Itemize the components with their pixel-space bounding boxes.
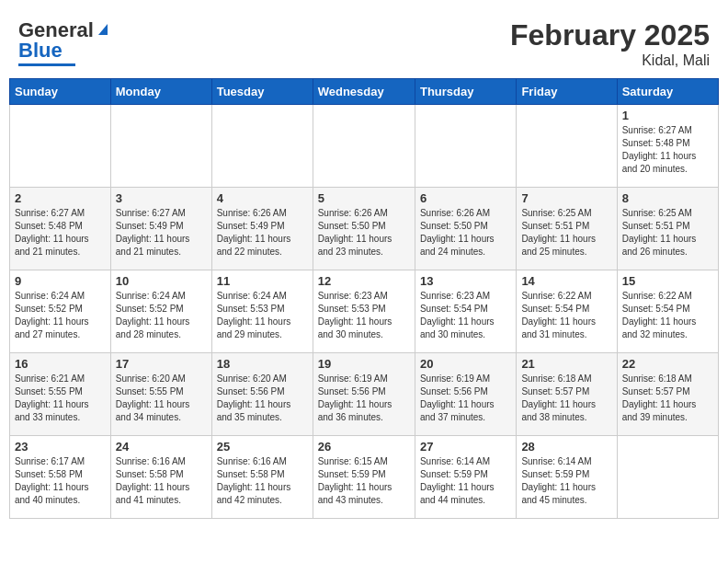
day-info: Sunrise: 6:26 AM Sunset: 5:50 PM Dayligh… — [318, 207, 410, 259]
calendar-cell: 14Sunrise: 6:22 AM Sunset: 5:54 PM Dayli… — [517, 270, 617, 353]
day-info: Sunrise: 6:16 AM Sunset: 5:58 PM Dayligh… — [116, 455, 207, 507]
logo-underline — [18, 63, 75, 66]
calendar-cell: 21Sunrise: 6:18 AM Sunset: 5:57 PM Dayli… — [517, 353, 617, 436]
svg-marker-0 — [98, 24, 108, 35]
calendar-cell: 24Sunrise: 6:16 AM Sunset: 5:58 PM Dayli… — [110, 436, 211, 519]
calendar-cell: 4Sunrise: 6:26 AM Sunset: 5:49 PM Daylig… — [211, 188, 313, 270]
calendar-cell: 8Sunrise: 6:25 AM Sunset: 5:51 PM Daylig… — [617, 188, 718, 270]
calendar-cell: 13Sunrise: 6:23 AM Sunset: 5:54 PM Dayli… — [415, 270, 516, 353]
day-number: 1 — [622, 109, 713, 122]
day-info: Sunrise: 6:16 AM Sunset: 5:58 PM Dayligh… — [217, 455, 308, 507]
logo-arrow-icon — [95, 20, 111, 37]
day-number: 22 — [622, 357, 713, 371]
calendar-week-row-3: 16Sunrise: 6:21 AM Sunset: 5:55 PM Dayli… — [10, 353, 719, 436]
day-info: Sunrise: 6:14 AM Sunset: 5:59 PM Dayligh… — [420, 455, 511, 507]
day-number: 23 — [15, 440, 106, 454]
page-title: February 2025 — [510, 18, 710, 52]
page-subtitle: Kidal, Mali — [510, 52, 710, 69]
day-number: 28 — [521, 440, 611, 454]
day-info: Sunrise: 6:23 AM Sunset: 5:54 PM Dayligh… — [420, 290, 511, 341]
col-friday: Friday — [517, 79, 617, 105]
day-info: Sunrise: 6:24 AM Sunset: 5:52 PM Dayligh… — [15, 290, 106, 341]
day-info: Sunrise: 6:22 AM Sunset: 5:54 PM Dayligh… — [622, 290, 713, 341]
calendar-cell: 23Sunrise: 6:17 AM Sunset: 5:58 PM Dayli… — [10, 436, 111, 519]
calendar-week-row-2: 9Sunrise: 6:24 AM Sunset: 5:52 PM Daylig… — [10, 270, 719, 353]
calendar-cell: 12Sunrise: 6:23 AM Sunset: 5:53 PM Dayli… — [313, 270, 415, 353]
day-info: Sunrise: 6:22 AM Sunset: 5:54 PM Dayligh… — [521, 290, 611, 341]
calendar-cell: 1Sunrise: 6:27 AM Sunset: 5:48 PM Daylig… — [617, 105, 718, 188]
day-info: Sunrise: 6:15 AM Sunset: 5:59 PM Dayligh… — [318, 455, 410, 507]
calendar-cell — [110, 105, 211, 188]
day-number: 8 — [622, 191, 713, 205]
calendar-cell: 3Sunrise: 6:27 AM Sunset: 5:49 PM Daylig… — [110, 188, 211, 270]
page-header: General Blue February 2025 Kidal, Mali — [9, 9, 719, 74]
day-number: 10 — [116, 274, 207, 288]
calendar-cell: 5Sunrise: 6:26 AM Sunset: 5:50 PM Daylig… — [313, 188, 415, 270]
day-number: 26 — [318, 440, 410, 454]
day-number: 4 — [217, 191, 308, 205]
day-number: 18 — [217, 357, 308, 371]
day-info: Sunrise: 6:27 AM Sunset: 5:49 PM Dayligh… — [116, 207, 207, 259]
calendar-cell: 22Sunrise: 6:18 AM Sunset: 5:57 PM Dayli… — [617, 353, 718, 436]
calendar-header-row: Sunday Monday Tuesday Wednesday Thursday… — [10, 79, 719, 105]
day-number: 2 — [15, 191, 106, 205]
day-info: Sunrise: 6:24 AM Sunset: 5:52 PM Dayligh… — [116, 290, 207, 341]
calendar-cell: 27Sunrise: 6:14 AM Sunset: 5:59 PM Dayli… — [415, 436, 516, 519]
col-wednesday: Wednesday — [313, 79, 415, 105]
calendar-cell — [211, 105, 313, 188]
calendar-cell: 6Sunrise: 6:26 AM Sunset: 5:50 PM Daylig… — [415, 188, 516, 270]
calendar-cell: 10Sunrise: 6:24 AM Sunset: 5:52 PM Dayli… — [110, 270, 211, 353]
day-number: 20 — [420, 357, 511, 371]
calendar-cell: 18Sunrise: 6:20 AM Sunset: 5:56 PM Dayli… — [211, 353, 313, 436]
day-number: 25 — [217, 440, 308, 454]
calendar-cell: 17Sunrise: 6:20 AM Sunset: 5:55 PM Dayli… — [110, 353, 211, 436]
col-sunday: Sunday — [10, 79, 111, 105]
calendar-cell: 19Sunrise: 6:19 AM Sunset: 5:56 PM Dayli… — [313, 353, 415, 436]
day-info: Sunrise: 6:18 AM Sunset: 5:57 PM Dayligh… — [622, 373, 713, 424]
day-info: Sunrise: 6:18 AM Sunset: 5:57 PM Dayligh… — [521, 373, 611, 424]
day-number: 24 — [116, 440, 207, 454]
day-number: 19 — [318, 357, 410, 371]
calendar-cell — [517, 105, 617, 188]
calendar-cell: 25Sunrise: 6:16 AM Sunset: 5:58 PM Dayli… — [211, 436, 313, 519]
day-number: 21 — [521, 357, 611, 371]
day-info: Sunrise: 6:26 AM Sunset: 5:50 PM Dayligh… — [420, 207, 511, 259]
col-saturday: Saturday — [617, 79, 718, 105]
day-number: 17 — [116, 357, 207, 371]
calendar-cell — [313, 105, 415, 188]
calendar-cell: 15Sunrise: 6:22 AM Sunset: 5:54 PM Dayli… — [617, 270, 718, 353]
day-info: Sunrise: 6:20 AM Sunset: 5:56 PM Dayligh… — [217, 373, 308, 424]
calendar-cell: 7Sunrise: 6:25 AM Sunset: 5:51 PM Daylig… — [517, 188, 617, 270]
day-info: Sunrise: 6:19 AM Sunset: 5:56 PM Dayligh… — [420, 373, 511, 424]
calendar-cell: 26Sunrise: 6:15 AM Sunset: 5:59 PM Dayli… — [313, 436, 415, 519]
calendar-cell — [617, 436, 718, 519]
day-number: 6 — [420, 191, 511, 205]
logo: General Blue — [18, 18, 111, 66]
day-number: 7 — [521, 191, 611, 205]
day-number: 5 — [318, 191, 410, 205]
calendar-cell: 9Sunrise: 6:24 AM Sunset: 5:52 PM Daylig… — [10, 270, 111, 353]
day-info: Sunrise: 6:19 AM Sunset: 5:56 PM Dayligh… — [318, 373, 410, 424]
day-info: Sunrise: 6:25 AM Sunset: 5:51 PM Dayligh… — [622, 207, 713, 259]
day-number: 13 — [420, 274, 511, 288]
day-number: 11 — [217, 274, 308, 288]
calendar-cell: 16Sunrise: 6:21 AM Sunset: 5:55 PM Dayli… — [10, 353, 111, 436]
day-info: Sunrise: 6:26 AM Sunset: 5:49 PM Dayligh… — [217, 207, 308, 259]
calendar-cell: 11Sunrise: 6:24 AM Sunset: 5:53 PM Dayli… — [211, 270, 313, 353]
day-info: Sunrise: 6:24 AM Sunset: 5:53 PM Dayligh… — [217, 290, 308, 341]
day-number: 27 — [420, 440, 511, 454]
day-number: 15 — [622, 274, 713, 288]
calendar-cell: 20Sunrise: 6:19 AM Sunset: 5:56 PM Dayli… — [415, 353, 516, 436]
day-info: Sunrise: 6:27 AM Sunset: 5:48 PM Dayligh… — [622, 124, 713, 176]
day-number: 12 — [318, 274, 410, 288]
day-number: 16 — [15, 357, 106, 371]
day-info: Sunrise: 6:17 AM Sunset: 5:58 PM Dayligh… — [15, 455, 106, 507]
col-tuesday: Tuesday — [211, 79, 313, 105]
calendar-cell: 28Sunrise: 6:14 AM Sunset: 5:59 PM Dayli… — [517, 436, 617, 519]
day-info: Sunrise: 6:23 AM Sunset: 5:53 PM Dayligh… — [318, 290, 410, 341]
calendar-week-row-4: 23Sunrise: 6:17 AM Sunset: 5:58 PM Dayli… — [10, 436, 719, 519]
day-info: Sunrise: 6:25 AM Sunset: 5:51 PM Dayligh… — [521, 207, 611, 259]
calendar-table: Sunday Monday Tuesday Wednesday Thursday… — [9, 78, 719, 519]
day-number: 9 — [15, 274, 106, 288]
col-monday: Monday — [110, 79, 211, 105]
